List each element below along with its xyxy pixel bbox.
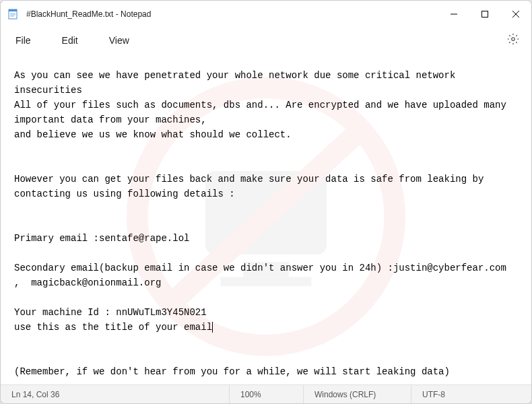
svg-rect-13 bbox=[221, 277, 312, 287]
svg-rect-6 bbox=[482, 11, 488, 18]
menubar: File Edit View bbox=[1, 28, 531, 53]
menu-edit[interactable]: Edit bbox=[57, 32, 84, 48]
window-title: #BlackHunt_ReadMe.txt - Notepad bbox=[26, 9, 438, 19]
notepad-icon bbox=[7, 9, 18, 20]
svg-rect-1 bbox=[9, 9, 17, 11]
notepad-window: #BlackHunt_ReadMe.txt - Notepad File Edi… bbox=[0, 0, 532, 404]
minimize-button[interactable] bbox=[438, 1, 469, 28]
menu-file[interactable]: File bbox=[10, 32, 36, 48]
text-cursor bbox=[212, 322, 213, 333]
status-zoom[interactable]: 100% bbox=[230, 385, 304, 403]
document-text-after: (Remember, if we don't hear from you for… bbox=[14, 366, 450, 377]
document-text: As you can see we have penetrated your w… bbox=[14, 70, 518, 333]
svg-point-9 bbox=[512, 38, 515, 41]
titlebar: #BlackHunt_ReadMe.txt - Notepad bbox=[1, 1, 531, 28]
close-button[interactable] bbox=[500, 1, 531, 28]
status-encoding: UTF-8 bbox=[411, 385, 531, 403]
settings-button[interactable] bbox=[504, 30, 522, 50]
status-position: Ln 14, Col 36 bbox=[1, 385, 230, 403]
statusbar: Ln 14, Col 36 100% Windows (CRLF) UTF-8 bbox=[1, 384, 531, 403]
window-controls bbox=[438, 1, 531, 28]
text-area[interactable]: As you can see we have penetrated your w… bbox=[1, 53, 531, 384]
maximize-button[interactable] bbox=[469, 1, 500, 28]
menu-view[interactable]: View bbox=[104, 32, 135, 48]
status-line-ending: Windows (CRLF) bbox=[304, 385, 411, 403]
